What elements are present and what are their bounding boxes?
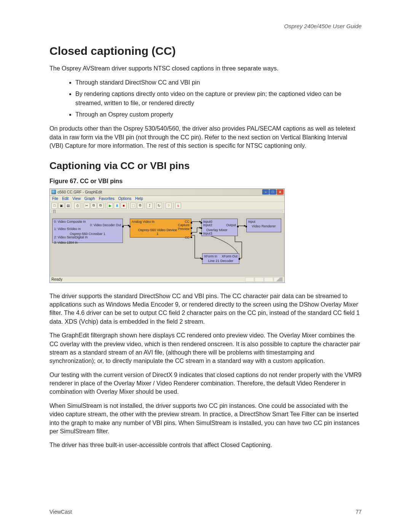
window-title: o560 CC.GRF - GraphEdit — [57, 190, 262, 194]
heading-cc-vbi-pins: Captioning via CC or VBI pins — [49, 160, 362, 172]
body-paragraph: The GraphEdit filtergraph shown here dis… — [49, 331, 362, 366]
toolbar-play-icon[interactable]: ▶ — [107, 203, 113, 209]
intro-paragraph: The Osprey AVStream driver supports NTSC… — [49, 64, 362, 73]
maximize-button[interactable]: □ — [269, 189, 276, 195]
pin-in-label: Input2 — [203, 224, 212, 227]
body-paragraph: When SimulStream is not installed, the d… — [49, 402, 362, 436]
pin-in-label: Input3 — [203, 232, 236, 236]
status-cell — [255, 277, 264, 282]
page-footer: ViewCast 77 — [49, 509, 362, 515]
toolbar-cut-icon[interactable]: ✂ — [84, 203, 90, 209]
filter-title: Osprey-560 Video Device 1 — [137, 228, 178, 236]
status-cell — [264, 277, 273, 282]
slider[interactable] — [51, 211, 283, 212]
filter-overlay-mixer[interactable]: Input0 Input2 Output Overlay Mixer Input… — [201, 219, 238, 236]
pin-in-label: Input — [248, 220, 279, 224]
page-header: Osprey 240e/450e User Guide — [49, 23, 362, 29]
body-paragraph: The driver supports the standard DirectS… — [49, 292, 362, 326]
list-item: By rendering captions directly onto vide… — [75, 89, 362, 108]
filter-video-device[interactable]: Analog Video In CC Capture Osprey-560 Vi… — [130, 219, 191, 238]
toolbar-new-icon[interactable]: □ — [51, 203, 57, 209]
pin-label: 1: Video SVideo In — [54, 227, 121, 231]
toolbar-pause-icon[interactable]: ⏸ — [114, 203, 120, 209]
toolbar-stop-icon[interactable]: ■ — [121, 203, 127, 209]
menu-graph[interactable]: Graph — [84, 197, 95, 201]
app-icon — [51, 190, 56, 194]
status-cell — [245, 277, 254, 282]
filter-crossbar[interactable]: 0: Video Composite In 0: Video Decoder O… — [52, 219, 123, 243]
toolbar-refresh-icon[interactable]: ↻ — [156, 203, 162, 209]
filter-graph-canvas[interactable]: 0: Video Composite In 0: Video Decoder O… — [50, 213, 284, 276]
list-item: Through standard DirectShow CC and VBI p… — [75, 78, 362, 87]
toolbar-paste-icon[interactable]: ⧉ — [97, 203, 104, 209]
pin-in-label: XForm In — [204, 255, 217, 259]
menu-edit[interactable]: Edit — [62, 197, 68, 201]
pin-out-label: Output — [226, 224, 236, 227]
pin-label: 3: Video 1394 In — [54, 241, 121, 245]
toolbar-open-icon[interactable]: ▣ — [58, 203, 64, 209]
pin-out-label: Preview — [178, 227, 190, 236]
list-item: Through an Osprey custom property — [75, 110, 362, 119]
status-bar: Ready — [50, 276, 284, 283]
toolbar-properties-icon[interactable]: ⧉ — [137, 203, 143, 209]
toolbar: □ ▣ ▤ ⎙ ✂ ⧉ ⧉ ▶ ⏸ ■ ⬚ ⧉ ⤴ ↻ ? s — [50, 202, 284, 210]
toolbar-print-icon[interactable]: ⎙ — [74, 203, 80, 209]
filter-video-renderer[interactable]: Input Video Renderer — [246, 219, 281, 232]
menu-bar: File Edit View Graph Favorites Options H… — [50, 196, 284, 202]
body-paragraph: The driver has three built-in user-acces… — [49, 441, 362, 449]
toolbar-s-icon[interactable]: s — [175, 203, 181, 209]
seek-bar[interactable] — [50, 210, 284, 213]
window-titlebar[interactable]: o560 CC.GRF - GraphEdit – □ X — [50, 189, 284, 196]
footer-page-number: 77 — [355, 509, 362, 515]
toolbar-insert-icon[interactable]: ⬚ — [130, 203, 136, 209]
pin-in-label: Analog Video In — [132, 220, 155, 224]
pin-out-label: XForm Out — [221, 255, 237, 259]
menu-options[interactable]: Options — [118, 197, 131, 201]
toolbar-copy-icon[interactable]: ⧉ — [91, 203, 97, 209]
body-paragraph: Our testing with the current version of … — [49, 371, 362, 396]
heading-closed-captioning: Closed captioning (CC) — [49, 45, 362, 58]
filter-line21-decoder[interactable]: XForm In XForm Out Line 21 Decoder — [202, 253, 239, 264]
intro-bullet-list: Through standard DirectShow CC and VBI p… — [75, 78, 362, 119]
pin-label: 2: Video SerialDigital In — [54, 236, 121, 240]
menu-file[interactable]: File — [52, 197, 58, 201]
toolbar-save-icon[interactable]: ▤ — [65, 203, 71, 209]
status-text: Ready — [51, 277, 62, 282]
menu-help[interactable]: Help — [135, 197, 143, 201]
menu-favorites[interactable]: Favorites — [99, 197, 115, 201]
resize-grip-icon[interactable] — [274, 277, 283, 282]
toolbar-connect-icon[interactable]: ⤴ — [147, 203, 153, 209]
pin-out-label: CC — [132, 236, 190, 240]
figure-caption: Figure 67. CC or VBI pins — [49, 178, 362, 185]
close-button[interactable]: X — [277, 189, 284, 195]
footer-left: ViewCast — [49, 509, 72, 515]
graphedit-window: o560 CC.GRF - GraphEdit – □ X File Edit … — [49, 189, 285, 283]
filter-title: Video Renderer — [248, 224, 279, 228]
toolbar-help-icon[interactable]: ? — [166, 203, 172, 209]
pal-secam-paragraph: On products other than the Osprey 530/54… — [49, 125, 362, 150]
filter-title: Line 21 Decoder — [204, 259, 237, 263]
menu-view[interactable]: View — [72, 197, 81, 201]
minimize-button[interactable]: – — [262, 189, 269, 195]
